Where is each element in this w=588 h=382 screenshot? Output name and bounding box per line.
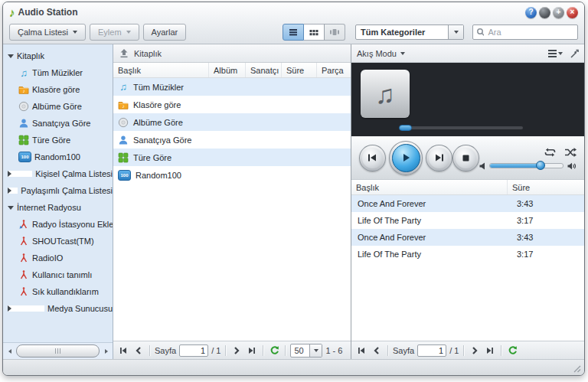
stop-button[interactable] bbox=[452, 145, 479, 171]
playlist-button[interactable]: Çalma Listesi bbox=[9, 24, 86, 41]
repeat-icon[interactable] bbox=[544, 148, 557, 157]
queue-row[interactable]: Once And Forever 3:43 bbox=[351, 229, 584, 246]
track-duration: 3:43 bbox=[512, 199, 584, 208]
sidebar-item-label: Sık kullandıklarım bbox=[32, 287, 99, 296]
grid-view-button[interactable] bbox=[304, 24, 325, 41]
scroll-left-button[interactable] bbox=[4, 345, 15, 357]
sidebar-item-label: Klasöre göre bbox=[32, 85, 80, 94]
audio-station-window: ♪ Audio Station ? + × Çalma Listesi Eyle… bbox=[2, 2, 585, 376]
sidebar-item-klasore-gore[interactable]: ♪ Klasöre göre bbox=[3, 81, 113, 98]
previous-page-button[interactable] bbox=[371, 344, 383, 357]
sidebar-horizontal-scrollbar[interactable] bbox=[3, 342, 113, 359]
column-parca[interactable]: Parça bbox=[317, 63, 351, 77]
search-input[interactable] bbox=[486, 27, 574, 38]
row-title: Albüme Göre bbox=[133, 118, 183, 127]
volume-slider[interactable] bbox=[489, 163, 564, 168]
resize-handle[interactable] bbox=[573, 365, 581, 373]
last-page-button[interactable] bbox=[246, 344, 258, 357]
radio-icon bbox=[18, 236, 29, 247]
sidebar-item-label: Albüme Göre bbox=[32, 102, 82, 111]
sidebar-item-shoutcast[interactable]: SHOUTcast(TM) bbox=[3, 233, 113, 250]
toolbar: Çalma Listesi Eylem Ayarlar bbox=[3, 21, 584, 44]
grid-view-icon bbox=[309, 29, 318, 36]
track-title: Once And Forever bbox=[351, 199, 512, 208]
queue-column-baslik[interactable]: Başlık bbox=[351, 180, 508, 194]
music-note-icon: ♫ bbox=[375, 81, 395, 107]
list-view-icon bbox=[289, 28, 298, 36]
minimize-button[interactable] bbox=[539, 7, 550, 18]
sidebar-item-label: RadioIO bbox=[32, 253, 63, 263]
shuffle-icon[interactable] bbox=[564, 148, 577, 157]
stream-mode-dropdown[interactable]: Akış Modu bbox=[357, 49, 405, 58]
queue-row[interactable]: Life Of The Party 3:17 bbox=[351, 212, 584, 229]
queue-row[interactable]: Life Of The Party 3:17 bbox=[351, 246, 584, 263]
table-row-tum-muzikler[interactable]: ♫ Tüm Müzikler bbox=[113, 78, 351, 96]
scroll-right-button[interactable] bbox=[100, 345, 112, 357]
first-page-button[interactable] bbox=[117, 344, 129, 357]
sidebar-item-sik-kullandiklarim[interactable]: Sık kullandıklarım bbox=[3, 283, 113, 300]
coverflow-view-button[interactable] bbox=[325, 24, 345, 41]
sidebar-item-medya-sunucusu[interactable]: Medya Sunucusu bbox=[3, 300, 113, 317]
column-baslik[interactable]: Başlık bbox=[113, 63, 209, 77]
column-sanatci[interactable]: Sanatçı bbox=[246, 63, 282, 77]
sidebar-item-internet-radyosu[interactable]: İnternet Radyosu bbox=[3, 199, 113, 216]
seek-bar[interactable] bbox=[399, 126, 523, 129]
sidebar-item-tum-muzikler[interactable]: ♫ Tüm Müzikler bbox=[3, 64, 113, 81]
sidebar-item-kisisel-calma-listesi[interactable]: Kişisel Çalma Listesi bbox=[3, 165, 113, 182]
settings-button[interactable]: Ayarlar bbox=[143, 24, 187, 41]
sidebar-item-kitaplik[interactable]: Kitaplık bbox=[3, 47, 113, 64]
sidebar-item-kullanici-tanimli[interactable]: Kullanıcı tanımlı bbox=[3, 266, 113, 283]
table-row-ture-gore[interactable]: Türe Göre bbox=[113, 149, 351, 166]
table-row-albume-gore[interactable]: Albüme Göre bbox=[113, 113, 351, 131]
volume-up-icon[interactable] bbox=[567, 162, 577, 170]
play-button[interactable] bbox=[389, 141, 423, 175]
chevron-down-icon bbox=[126, 31, 131, 34]
sidebar: Kitaplık ♫ Tüm Müzikler ♪ Klasöre göre A… bbox=[3, 44, 113, 359]
status-strip bbox=[3, 359, 584, 375]
maximize-button[interactable]: + bbox=[553, 7, 564, 18]
scrollbar-thumb[interactable] bbox=[16, 344, 100, 358]
column-album[interactable]: Albüm bbox=[209, 63, 246, 77]
column-sure[interactable]: Süre bbox=[282, 63, 317, 77]
queue-row[interactable]: Once And Forever 3:43 bbox=[351, 195, 584, 212]
next-page-button[interactable] bbox=[230, 344, 243, 357]
close-button[interactable]: × bbox=[567, 7, 578, 18]
page-number-input[interactable] bbox=[179, 344, 208, 357]
unpin-panel-icon[interactable] bbox=[569, 49, 579, 58]
page-size-dropdown[interactable]: 50 bbox=[290, 344, 322, 358]
sidebar-item-radioio[interactable]: RadioIO bbox=[3, 250, 113, 266]
table-row-klasore-gore[interactable]: ♪ Klasöre göre bbox=[113, 96, 351, 113]
volume-down-icon[interactable] bbox=[479, 162, 485, 170]
refresh-button[interactable] bbox=[268, 344, 280, 357]
sidebar-item-paylasimli-calma-listesi[interactable]: Paylaşımlı Çalma Listesi bbox=[3, 182, 113, 199]
panel-menu-button[interactable] bbox=[548, 50, 563, 57]
level-up-icon[interactable] bbox=[119, 48, 129, 58]
sidebar-item-label: Radyo İstasyonu Ekle bbox=[32, 220, 113, 229]
view-toggle-group bbox=[283, 24, 345, 41]
sidebar-item-ture-gore[interactable]: Türe Göre bbox=[3, 132, 113, 149]
help-button[interactable]: ? bbox=[525, 7, 537, 18]
sidebar-item-sanatciya-gore[interactable]: Sanatçıya Göre bbox=[3, 115, 113, 132]
sidebar-item-random100[interactable]: 100 Random100 bbox=[3, 149, 113, 165]
sidebar-item-albume-gore[interactable]: Albüme Göre bbox=[3, 98, 113, 115]
previous-track-button[interactable] bbox=[359, 145, 386, 171]
category-dropdown[interactable]: Tüm Kategoriler bbox=[355, 24, 464, 40]
refresh-button[interactable] bbox=[506, 344, 518, 357]
action-button[interactable]: Eylem bbox=[90, 24, 139, 41]
page-size-value: 50 bbox=[291, 346, 309, 355]
page-number-input[interactable] bbox=[417, 344, 446, 357]
list-view-button[interactable] bbox=[283, 24, 304, 41]
sidebar-item-label: Kişisel Çalma Listesi bbox=[35, 169, 113, 178]
queue-column-sure[interactable]: Süre bbox=[508, 180, 584, 194]
next-track-button[interactable] bbox=[426, 145, 452, 171]
first-page-button[interactable] bbox=[355, 344, 368, 357]
table-row-random100[interactable]: 100 Random100 bbox=[113, 166, 351, 184]
seek-handle[interactable] bbox=[399, 125, 412, 131]
sidebar-item-radyo-istasyonu-ekle[interactable]: Radyo İstasyonu Ekle bbox=[3, 216, 113, 233]
radio-icon bbox=[18, 253, 29, 263]
previous-page-button[interactable] bbox=[132, 344, 145, 357]
table-row-sanatciya-gore[interactable]: Sanatçıya Göre bbox=[113, 131, 351, 149]
next-page-button[interactable] bbox=[469, 344, 481, 357]
last-page-button[interactable] bbox=[484, 344, 496, 357]
volume-handle[interactable] bbox=[536, 161, 545, 170]
